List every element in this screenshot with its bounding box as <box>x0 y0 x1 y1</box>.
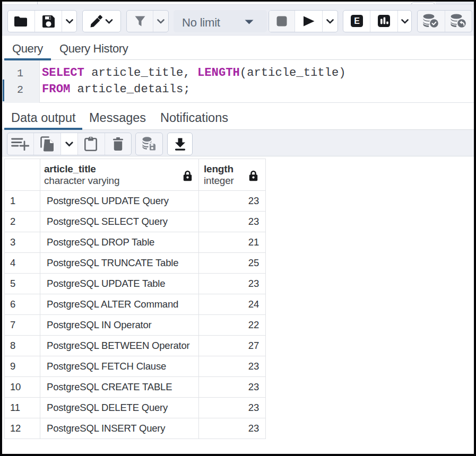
svg-text:E: E <box>354 16 360 25</box>
